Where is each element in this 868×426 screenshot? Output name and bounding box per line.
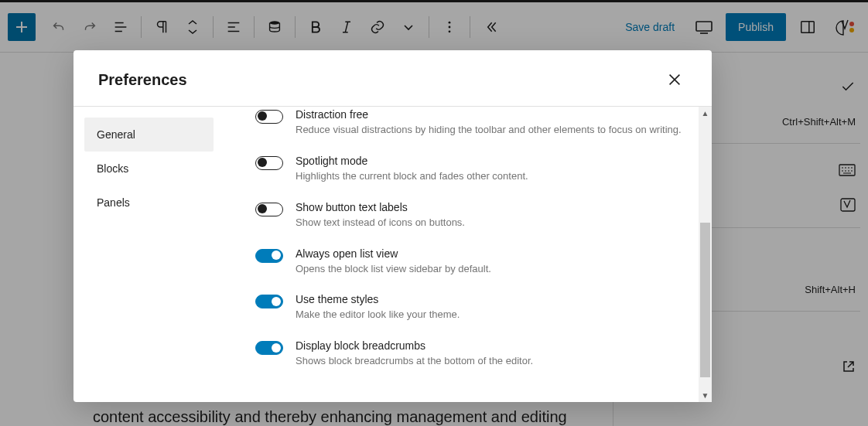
pref-list-view: Always open list view Opens the block li… xyxy=(255,239,690,285)
tab-panels[interactable]: Panels xyxy=(84,186,214,220)
pref-desc: Highlights the current block and fades o… xyxy=(296,169,690,184)
pref-label: Show button text labels xyxy=(296,201,690,213)
pref-theme-styles: Use theme styles Make the editor look li… xyxy=(255,285,690,331)
pref-desc: Opens the block list view sidebar by def… xyxy=(296,262,690,277)
pref-desc: Reduce visual distractions by hiding the… xyxy=(296,123,690,138)
toggle-breadcrumbs[interactable] xyxy=(255,341,283,355)
pref-spotlight: Spotlight mode Highlights the current bl… xyxy=(255,146,690,193)
pref-label: Distraction free xyxy=(296,108,690,121)
pref-text-labels: Show button text labels Show text instea… xyxy=(255,193,690,239)
tab-general[interactable]: General xyxy=(84,118,214,152)
pref-desc: Shows block breadcrumbs at the bottom of… xyxy=(296,354,690,369)
toggle-text-labels[interactable] xyxy=(255,203,283,216)
toggle-spotlight[interactable] xyxy=(255,156,283,170)
tab-blocks[interactable]: Blocks xyxy=(84,152,214,186)
pref-distraction-free: Distraction free Reduce visual distracti… xyxy=(255,108,690,146)
preferences-modal: Preferences General Blocks Panels Distra… xyxy=(73,50,712,402)
pref-label: Always open list view xyxy=(296,247,690,260)
scrollbar-up-icon[interactable]: ▲ xyxy=(699,107,712,120)
pref-label: Spotlight mode xyxy=(296,155,690,167)
pref-label: Use theme styles xyxy=(296,293,690,305)
pref-desc: Show text instead of icons on buttons. xyxy=(296,216,690,230)
scrollbar-down-icon[interactable]: ▼ xyxy=(699,389,712,402)
pref-desc: Make the editor look like your theme. xyxy=(296,308,690,322)
modal-content: Distraction free Reduce visual distracti… xyxy=(224,107,712,402)
modal-header: Preferences xyxy=(73,50,712,107)
modal-body: General Blocks Panels Distraction free R… xyxy=(73,107,712,402)
close-icon[interactable] xyxy=(662,67,687,92)
pref-breadcrumbs: Display block breadcrumbs Shows block br… xyxy=(255,331,690,377)
scrollbar[interactable]: ▲ ▼ xyxy=(699,107,712,402)
toggle-list-view[interactable] xyxy=(255,249,283,263)
toggle-distraction-free[interactable] xyxy=(255,110,283,124)
modal-sidebar: General Blocks Panels xyxy=(73,107,224,402)
scrollbar-thumb[interactable] xyxy=(700,223,710,377)
toggle-theme-styles[interactable] xyxy=(255,295,283,308)
pref-label: Display block breadcrumbs xyxy=(296,339,690,352)
modal-title: Preferences xyxy=(98,71,187,89)
